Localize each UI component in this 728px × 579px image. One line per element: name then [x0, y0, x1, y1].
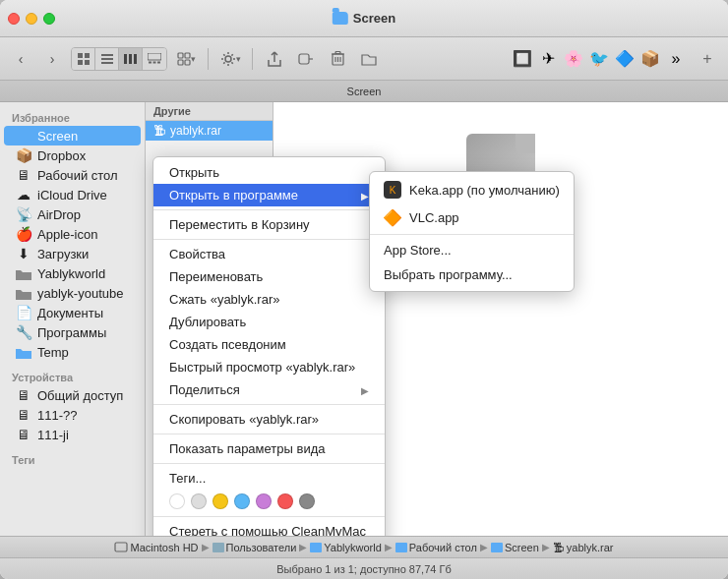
vlc-label: VLC.app [409, 210, 459, 225]
share-button[interactable] [262, 46, 287, 72]
svg-rect-7 [124, 54, 127, 64]
twitter-icon[interactable]: 🐦 [588, 48, 610, 70]
sidebar-item-documents[interactable]: 📄 Документы [4, 303, 141, 322]
bc-screen: Screen [491, 542, 539, 553]
tag-blue[interactable] [234, 493, 250, 509]
keka-icon: K [384, 181, 401, 199]
menu-compress[interactable]: Сжать «yablyk.rar» [153, 288, 385, 311]
svg-rect-27 [115, 543, 127, 551]
sidebar-item-label: Yablykworld [37, 266, 105, 281]
file-item-yablyk-rar[interactable]: 🗜 yablyk.rar [146, 121, 273, 141]
sidebar-item-icloud[interactable]: ☁ iCloud Drive [4, 185, 141, 204]
arrange-button[interactable]: ▾ [173, 46, 199, 72]
separator-1 [208, 48, 209, 70]
tag-white[interactable] [169, 493, 185, 509]
menu-make-alias-label: Создать псевдоним [169, 337, 286, 352]
tag-red[interactable] [277, 493, 293, 509]
other-icon[interactable]: 🔷 [614, 48, 636, 70]
sidebar-item-desktop[interactable]: 🖥 Рабочий стол [4, 165, 141, 185]
submenu-choose[interactable]: Выбрать программу... [370, 262, 574, 287]
menu-properties[interactable]: Свойства [153, 243, 385, 265]
menu-open-with[interactable]: Открыть в программе [153, 184, 385, 206]
finder-window: Screen ‹ › ▾ [0, 0, 728, 579]
submenu-appstore[interactable]: App Store... [370, 238, 574, 262]
new-folder-button[interactable] [356, 46, 382, 72]
submenu-keka[interactable]: K Keka.app (по умолчанию) [370, 176, 574, 203]
tag-gray[interactable] [299, 493, 315, 509]
finder-icon[interactable]: 🔲 [512, 48, 533, 70]
status-bar: Выбрано 1 из 1; доступно 87,74 Гб [0, 557, 728, 579]
breadcrumb-bar: Macintosh HD ▶ Пользователи ▶ Yablykworl… [0, 536, 728, 557]
view-list-button[interactable] [95, 48, 119, 70]
svg-rect-3 [85, 60, 90, 65]
sidebar-item-screen[interactable]: Screen [4, 126, 141, 145]
separator-after-trash [153, 239, 385, 240]
menu-show-view-label: Показать параметры вида [169, 441, 325, 456]
view-gallery-button[interactable] [143, 48, 166, 70]
dropbox-toolbar-icon[interactable]: 📦 [639, 48, 661, 70]
menu-duplicate[interactable]: Дублировать [153, 311, 385, 333]
tags-color-row [153, 490, 385, 513]
sidebar-item-label: AirDrop [37, 207, 81, 222]
sidebar-item-label: 111-ji [37, 428, 69, 442]
menu-open[interactable]: Открыть [153, 161, 385, 184]
bc-file: 🗜 yablyk.rar [553, 542, 614, 553]
sidebar-item-111ji[interactable]: 🖥 111-ji [4, 425, 141, 444]
bc-macintosh: Macintosh HD [114, 542, 198, 553]
minimize-button[interactable] [26, 13, 37, 25]
close-button[interactable] [8, 13, 20, 25]
tag-button[interactable] [293, 46, 319, 72]
sidebar-item-yablykworld[interactable]: Yablykworld [4, 263, 141, 283]
menu-move-trash-label: Переместить в Корзину [169, 217, 310, 232]
back-button[interactable]: ‹ [8, 46, 33, 72]
menu-tags[interactable]: Теги... [153, 467, 385, 490]
forward-button[interactable]: › [39, 46, 65, 72]
status-text: Выбрано 1 из 1; доступно 87,74 Гб [276, 563, 451, 575]
separator-after-open-with [153, 209, 385, 210]
sidebar-item-label: 111-?? [37, 408, 77, 423]
menu-show-view-options[interactable]: Показать параметры вида [153, 437, 385, 460]
choose-label: Выбрать программу... [384, 267, 513, 282]
menu-rename-label: Переименовать [169, 269, 263, 284]
sidebar-item-temp[interactable]: Temp [4, 342, 141, 362]
view-icon-button[interactable] [72, 48, 95, 70]
more-button[interactable]: » [665, 48, 687, 70]
sidebar-item-label: Загрузки [37, 247, 89, 261]
tag-purple[interactable] [256, 493, 272, 509]
share-arrow [361, 382, 369, 397]
menu-share[interactable]: Поделиться [153, 378, 385, 401]
gear-button[interactable]: ▾ [217, 46, 243, 72]
sidebar-item-programs[interactable]: 🔧 Программы [4, 322, 141, 342]
sidebar-item-downloads[interactable]: ⬇ Загрузки [4, 244, 141, 263]
telegram-icon[interactable]: ✈ [537, 48, 559, 70]
sep1: ▶ [202, 542, 210, 552]
menu-quick-look-label: Быстрый просмотр «yablyk.rar» [169, 360, 355, 375]
trash-button[interactable] [325, 46, 350, 72]
sidebar-item-shared[interactable]: 🖥 Общий доступ [4, 385, 141, 405]
tags-header: Теги [0, 450, 145, 468]
sidebar-item-airdrop[interactable]: 📡 AirDrop [4, 204, 141, 224]
view-buttons [71, 47, 167, 71]
menu-quick-look[interactable]: Быстрый просмотр «yablyk.rar» [153, 356, 385, 378]
tag-yellow[interactable] [212, 493, 228, 509]
submenu-vlc[interactable]: 🔶 VLC.app [370, 203, 574, 231]
submenu-separator [370, 234, 574, 235]
menu-clean-mymac[interactable]: Стереть с помощью CleanMyMac [153, 520, 385, 536]
maximize-button[interactable] [43, 13, 55, 25]
view-column-button[interactable] [119, 48, 143, 70]
sidebar-item-yablyk-youtube[interactable]: yablyk-youtube [4, 283, 141, 303]
photo-icon[interactable]: 🌸 [563, 48, 584, 70]
sidebar-item-111qq[interactable]: 🖥 111-?? [4, 405, 141, 425]
add-toolbar-button[interactable]: + [695, 46, 720, 72]
menu-compress-label: Сжать «yablyk.rar» [169, 292, 279, 307]
sidebar-item-apple-icon[interactable]: 🍎 Apple-icon [4, 224, 141, 244]
svg-rect-12 [153, 62, 156, 64]
tag-gray-light[interactable] [191, 493, 207, 509]
menu-copy[interactable]: Скопировать «yablyk.rar» [153, 408, 385, 431]
sidebar-item-dropbox[interactable]: 📦 Dropbox [4, 145, 141, 165]
icloud-icon: ☁ [16, 187, 31, 203]
menu-rename[interactable]: Переименовать [153, 265, 385, 288]
menu-move-trash[interactable]: Переместить в Корзину [153, 213, 385, 236]
menu-make-alias[interactable]: Создать псевдоним [153, 333, 385, 356]
documents-icon: 📄 [16, 305, 31, 320]
